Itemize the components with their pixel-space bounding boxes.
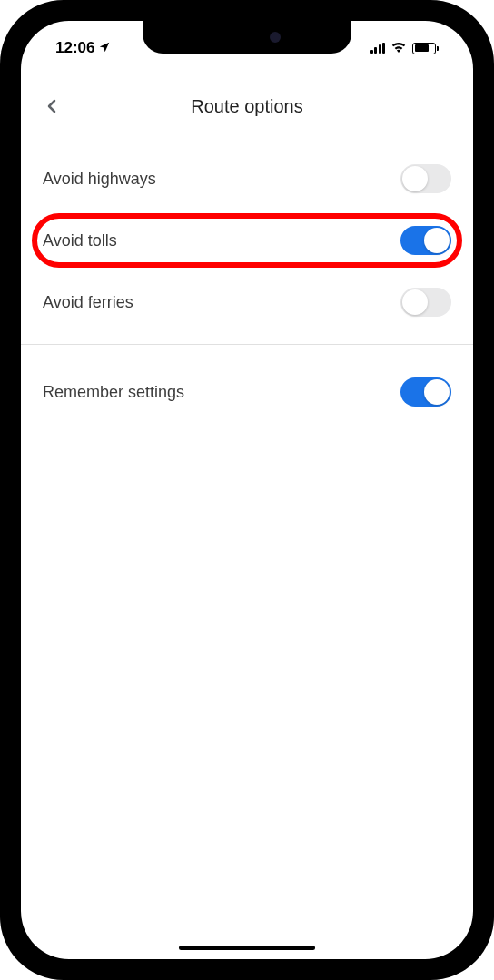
- row-label: Avoid tolls: [43, 231, 117, 250]
- location-icon: [98, 41, 111, 56]
- cellular-signal-icon: [370, 43, 386, 54]
- phone-frame: 12:06: [0, 0, 494, 980]
- toggle-avoid-highways[interactable]: [400, 164, 451, 193]
- row-avoid-highways: Avoid highways: [21, 148, 473, 210]
- wifi-icon: [390, 39, 407, 57]
- toggle-avoid-tolls[interactable]: [400, 226, 451, 255]
- row-avoid-tolls: Avoid tolls: [21, 210, 473, 271]
- section-divider: [21, 344, 473, 345]
- home-indicator[interactable]: [179, 946, 315, 950]
- nav-header: Route options: [21, 81, 473, 132]
- row-label: Avoid ferries: [43, 293, 133, 312]
- row-label: Remember settings: [43, 383, 184, 402]
- row-remember-settings: Remember settings: [21, 361, 473, 423]
- toggle-avoid-ferries[interactable]: [400, 288, 451, 317]
- status-time: 12:06: [55, 39, 94, 57]
- back-button[interactable]: [41, 95, 63, 117]
- row-label: Avoid highways: [43, 170, 156, 189]
- toggle-remember-settings[interactable]: [400, 377, 451, 407]
- battery-icon: [412, 43, 439, 54]
- screen: 12:06: [21, 21, 473, 959]
- notch: [143, 21, 351, 54]
- page-title: Route options: [39, 96, 455, 117]
- settings-list: Avoid highways Avoid tolls Avoid ferries: [21, 148, 473, 423]
- row-avoid-ferries: Avoid ferries: [21, 271, 473, 333]
